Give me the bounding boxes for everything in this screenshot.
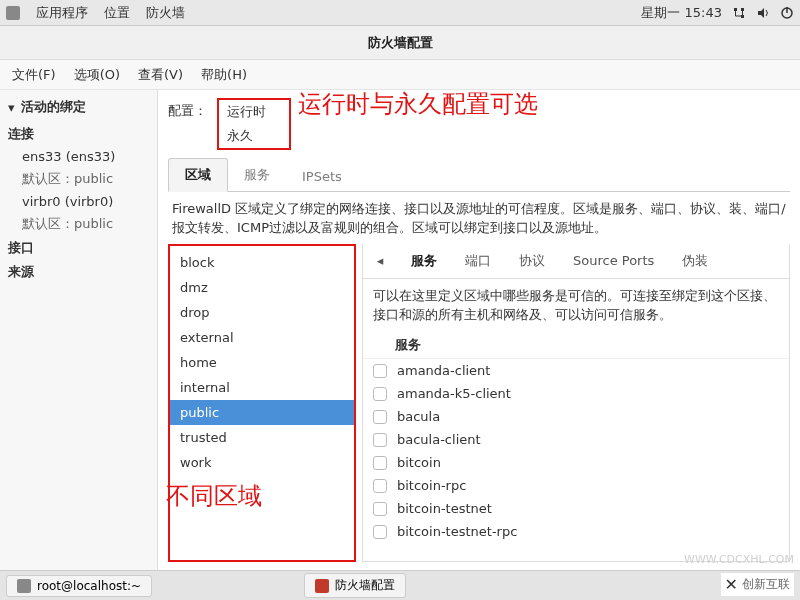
svg-rect-2 bbox=[741, 8, 744, 11]
taskbar-label: root@localhost:~ bbox=[37, 579, 141, 593]
service-row[interactable]: bitcoin-testnet bbox=[363, 497, 789, 520]
config-option-runtime[interactable]: 运行时 bbox=[219, 100, 289, 124]
connection-default: 默认区：public bbox=[8, 212, 149, 236]
chevron-down-icon[interactable]: ▾ bbox=[8, 100, 15, 115]
service-tab-ports[interactable]: 端口 bbox=[459, 250, 497, 272]
power-icon[interactable] bbox=[780, 6, 794, 20]
service-name: amanda-client bbox=[397, 363, 490, 378]
zone-item-external[interactable]: external bbox=[170, 325, 354, 350]
checkbox[interactable] bbox=[373, 387, 387, 401]
service-row[interactable]: bitcoin-rpc bbox=[363, 474, 789, 497]
window-title: 防火墙配置 bbox=[368, 34, 433, 52]
sidebar-section-connections[interactable]: 连接 bbox=[8, 122, 149, 146]
main-tabs: 区域 服务 IPSets bbox=[168, 158, 790, 192]
tab-services[interactable]: 服务 bbox=[228, 159, 286, 191]
tab-zones[interactable]: 区域 bbox=[168, 158, 228, 192]
clock[interactable]: 星期一 15:43 bbox=[641, 4, 722, 22]
config-label: 配置： bbox=[168, 98, 207, 120]
config-dropdown[interactable]: 运行时 永久 bbox=[217, 98, 291, 150]
panel-menu-places[interactable]: 位置 bbox=[104, 4, 130, 22]
terminal-icon bbox=[17, 579, 31, 593]
checkbox[interactable] bbox=[373, 502, 387, 516]
svg-rect-0 bbox=[734, 8, 737, 11]
services-list: amanda-client amanda-k5-client bacula ba… bbox=[363, 359, 789, 561]
menu-options[interactable]: 选项(O) bbox=[74, 66, 120, 84]
taskbar-terminal[interactable]: root@localhost:~ bbox=[6, 575, 152, 597]
zone-item-drop[interactable]: drop bbox=[170, 300, 354, 325]
watermark-brand: ✕ 创新互联 bbox=[721, 573, 794, 596]
connection-item[interactable]: ens33 (ens33) bbox=[8, 146, 149, 167]
service-name: bacula-client bbox=[397, 432, 481, 447]
tab-scroll-left[interactable]: ◂ bbox=[371, 253, 389, 268]
network-icon[interactable] bbox=[732, 6, 746, 20]
taskbar-firewall[interactable]: 防火墙配置 bbox=[304, 573, 406, 598]
panel-menu-apps[interactable]: 应用程序 bbox=[36, 4, 88, 22]
service-tab-sourceports[interactable]: Source Ports bbox=[567, 251, 660, 270]
service-row[interactable]: amanda-k5-client bbox=[363, 382, 789, 405]
content-pane: 配置： 运行时 永久 区域 服务 IPSets FirewallD 区域定义了绑… bbox=[158, 90, 800, 570]
services-description: 可以在这里定义区域中哪些服务是可信的。可连接至绑定到这个区接、接口和源的所有主机… bbox=[363, 279, 789, 333]
service-name: amanda-k5-client bbox=[397, 386, 511, 401]
menu-view[interactable]: 查看(V) bbox=[138, 66, 183, 84]
menu-bar: 文件(F) 选项(O) 查看(V) 帮助(H) bbox=[0, 60, 800, 90]
panel-menu-firewall[interactable]: 防火墙 bbox=[146, 4, 185, 22]
checkbox[interactable] bbox=[373, 479, 387, 493]
services-column-header: 服务 bbox=[363, 332, 789, 359]
service-tab-services[interactable]: 服务 bbox=[405, 250, 443, 272]
zone-item-public[interactable]: public bbox=[170, 400, 354, 425]
connection-item[interactable]: virbr0 (virbr0) bbox=[8, 191, 149, 212]
service-name: bacula bbox=[397, 409, 440, 424]
sidebar: ▾ 活动的绑定 连接 ens33 (ens33) 默认区：public virb… bbox=[0, 90, 158, 570]
taskbar: root@localhost:~ 防火墙配置 bbox=[0, 570, 800, 600]
service-name: bitcoin-testnet bbox=[397, 501, 492, 516]
service-row[interactable]: bitcoin bbox=[363, 451, 789, 474]
zone-item-block[interactable]: block bbox=[170, 250, 354, 275]
zone-item-work[interactable]: work bbox=[170, 450, 354, 475]
zone-list: block dmz drop external home internal pu… bbox=[168, 244, 356, 562]
sidebar-section-sources[interactable]: 来源 bbox=[8, 260, 149, 284]
service-row[interactable]: bacula bbox=[363, 405, 789, 428]
zone-item-dmz[interactable]: dmz bbox=[170, 275, 354, 300]
zone-item-internal[interactable]: internal bbox=[170, 375, 354, 400]
sidebar-header: 活动的绑定 bbox=[21, 98, 86, 116]
firewall-icon bbox=[315, 579, 329, 593]
svg-rect-1 bbox=[741, 15, 744, 18]
zone-description: FirewallD 区域定义了绑定的网络连接、接口以及源地址的可信程度。区域是服… bbox=[168, 192, 790, 244]
service-name: bitcoin-testnet-rpc bbox=[397, 524, 517, 539]
service-tab-masq[interactable]: 伪装 bbox=[676, 250, 714, 272]
checkbox[interactable] bbox=[373, 364, 387, 378]
service-tab-protocols[interactable]: 协议 bbox=[513, 250, 551, 272]
checkbox[interactable] bbox=[373, 410, 387, 424]
services-pane: ◂ 服务 端口 协议 Source Ports 伪装 可以在这里定义区域中哪些服… bbox=[362, 244, 790, 562]
top-panel: 应用程序 位置 防火墙 星期一 15:43 bbox=[0, 0, 800, 26]
service-row[interactable]: bacula-client bbox=[363, 428, 789, 451]
zone-item-home[interactable]: home bbox=[170, 350, 354, 375]
service-name: bitcoin bbox=[397, 455, 441, 470]
connection-default: 默认区：public bbox=[8, 167, 149, 191]
checkbox[interactable] bbox=[373, 456, 387, 470]
apps-icon[interactable] bbox=[6, 6, 20, 20]
zone-item-trusted[interactable]: trusted bbox=[170, 425, 354, 450]
service-name: bitcoin-rpc bbox=[397, 478, 466, 493]
service-row[interactable]: bitcoin-testnet-rpc bbox=[363, 520, 789, 543]
sidebar-section-interfaces[interactable]: 接口 bbox=[8, 236, 149, 260]
checkbox[interactable] bbox=[373, 433, 387, 447]
volume-icon[interactable] bbox=[756, 6, 770, 20]
service-row[interactable]: amanda-client bbox=[363, 359, 789, 382]
tab-ipsets[interactable]: IPSets bbox=[286, 162, 358, 191]
menu-help[interactable]: 帮助(H) bbox=[201, 66, 247, 84]
watermark-url: WWW.CDCXHL.COM bbox=[684, 553, 794, 566]
taskbar-label: 防火墙配置 bbox=[335, 577, 395, 594]
checkbox[interactable] bbox=[373, 525, 387, 539]
config-option-permanent[interactable]: 永久 bbox=[219, 124, 289, 148]
window-title-bar: 防火墙配置 bbox=[0, 26, 800, 60]
menu-file[interactable]: 文件(F) bbox=[12, 66, 56, 84]
